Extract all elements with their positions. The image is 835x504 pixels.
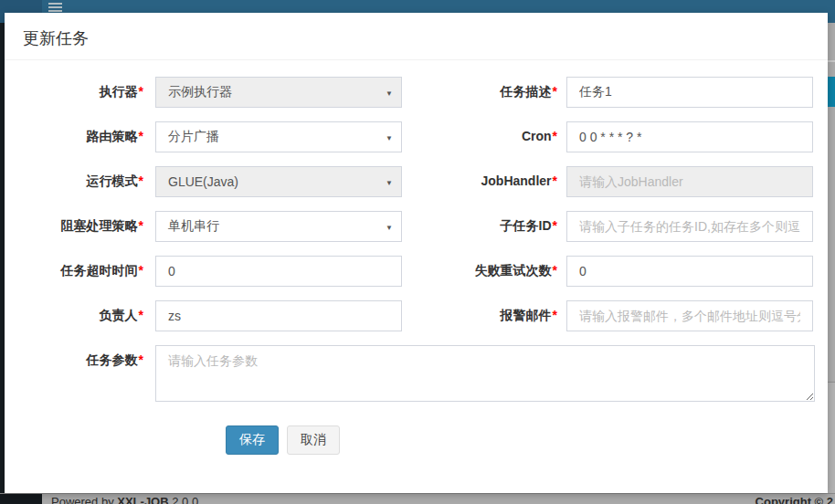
job-desc-input[interactable]: [566, 77, 813, 108]
required-asterisk: *: [139, 173, 143, 188]
form-row: 路由策略* 分片广播▼ Cron*: [5, 121, 828, 152]
child-jobid-input[interactable]: [566, 211, 813, 242]
author-input[interactable]: [155, 300, 402, 331]
required-asterisk: *: [139, 129, 143, 143]
required-asterisk: *: [553, 263, 557, 278]
modal-actions: 保存 取消: [226, 425, 828, 455]
alarm-email-input[interactable]: [566, 300, 813, 331]
copyright-text: Copyright © 2: [756, 495, 833, 504]
fail-retry-label: 失败重试次数*: [402, 256, 557, 287]
required-asterisk: *: [139, 263, 143, 278]
executor-label: 执行器*: [5, 77, 153, 108]
cron-label: Cron*: [402, 121, 557, 152]
modal-title: 更新任务: [23, 27, 814, 49]
child-jobid-label: 子任务ID*: [402, 211, 557, 242]
required-asterisk: *: [553, 218, 557, 233]
route-strategy-select[interactable]: 分片广播▼: [155, 121, 402, 152]
required-asterisk: *: [553, 84, 557, 99]
required-asterisk: *: [139, 308, 143, 322]
block-strategy-label: 阻塞处理策略*: [5, 211, 153, 242]
required-asterisk: *: [553, 129, 557, 143]
modal-body: 执行器* 示例执行器▼ 任务描述* 路由策略* 分片广播▼ Cron* 运行模式…: [5, 60, 828, 455]
author-label: 负责人*: [5, 300, 153, 331]
form-row: 任务超时时间* 失败重试次数*: [5, 256, 828, 287]
form-row: 任务参数*: [5, 345, 828, 402]
job-param-label: 任务参数*: [5, 345, 153, 402]
glue-type-label: 运行模式*: [5, 166, 153, 197]
update-job-modal: 更新任务 执行器* 示例执行器▼ 任务描述* 路由策略* 分片广播▼ Cron*: [5, 13, 828, 493]
page-footer: Powered by XXL-JOB 2.0.0 Copyright © 2: [0, 493, 835, 504]
required-asterisk: *: [139, 352, 143, 367]
form-row: 执行器* 示例执行器▼ 任务描述*: [5, 77, 828, 108]
footer-sidebar-corner: [0, 494, 42, 504]
chevron-down-icon: ▼: [386, 134, 393, 142]
jobhandler-label: JobHandler*: [402, 166, 557, 197]
modal-header: 更新任务: [5, 13, 828, 60]
chevron-down-icon: ▼: [386, 179, 393, 187]
form-row: 运行模式* GLUE(Java)▼ JobHandler*: [5, 166, 828, 197]
save-button[interactable]: 保存: [226, 425, 279, 455]
chevron-down-icon: ▼: [386, 89, 393, 98]
powered-by-text: Powered by XXL-JOB 2.0.0: [51, 495, 198, 504]
form-row: 负责人* 报警邮件*: [5, 300, 828, 331]
route-strategy-label: 路由策略*: [5, 121, 153, 152]
alarm-email-label: 报警邮件*: [402, 300, 557, 331]
jobhandler-input[interactable]: [566, 166, 813, 197]
cron-input[interactable]: [566, 121, 813, 152]
required-asterisk: *: [553, 173, 557, 188]
glue-type-select[interactable]: GLUE(Java)▼: [155, 166, 402, 197]
job-desc-label: 任务描述*: [402, 77, 557, 108]
required-asterisk: *: [139, 84, 143, 99]
executor-select[interactable]: 示例执行器▼: [155, 77, 402, 108]
required-asterisk: *: [139, 218, 143, 233]
timeout-label: 任务超时时间*: [5, 256, 153, 287]
form-row: 阻塞处理策略* 单机串行▼ 子任务ID*: [5, 211, 828, 242]
timeout-input[interactable]: [155, 256, 402, 287]
block-strategy-select[interactable]: 单机串行▼: [155, 211, 402, 242]
fail-retry-input[interactable]: [566, 256, 813, 287]
required-asterisk: *: [553, 308, 557, 322]
chevron-down-icon: ▼: [386, 224, 393, 232]
cancel-button[interactable]: 取消: [287, 425, 340, 455]
job-param-textarea[interactable]: [155, 345, 815, 402]
